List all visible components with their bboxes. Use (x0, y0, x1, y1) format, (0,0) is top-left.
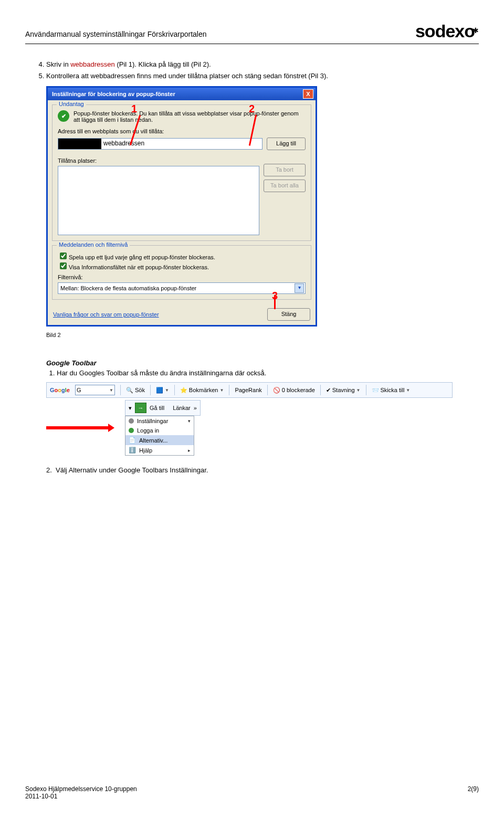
sound-checkbox[interactable] (60, 252, 67, 259)
address-label: Adress till en webbplats som du vill til… (58, 128, 306, 134)
step-4: Skriv in webbadressen (Pil 1). Klicka på… (46, 60, 479, 69)
remove-all-button[interactable]: Ta bort alla (264, 180, 306, 192)
check-icon: ✔ (58, 110, 69, 122)
callout-2: 2 (249, 103, 255, 115)
go-button[interactable]: → (135, 403, 146, 413)
menu-item-help[interactable]: ℹ️Hjälp▸ (125, 445, 194, 455)
footer-date: 2011-10-01 (25, 793, 137, 800)
close-icon[interactable]: X (303, 89, 313, 99)
figure-caption: Bild 2 (46, 332, 479, 338)
popup-settings-dialog: Inställningar för blockering av popup-fö… (46, 86, 317, 327)
infobar-checkbox[interactable] (60, 262, 67, 269)
go-label: Gå till (150, 405, 164, 411)
chevron-down-icon[interactable]: ▾ (295, 283, 304, 293)
cb1-label: Spela upp ett ljud varje gång ett popup-… (69, 254, 215, 260)
faq-link[interactable]: Vanliga frågor och svar om popup-fönster (53, 311, 159, 318)
remove-button[interactable]: Ta bort (264, 164, 306, 176)
chevron-right-icon[interactable]: » (194, 405, 197, 411)
allowed-label: Tillåtna platser: (58, 157, 306, 164)
toolbar-bookmarks[interactable]: ⭐ Bokmärken▼ (180, 387, 224, 394)
menu-item-alternativ[interactable]: 📄Alternativ... (125, 435, 194, 445)
toolbar-pagerank[interactable]: PageRank (235, 387, 261, 393)
allowed-listbox[interactable] (58, 166, 259, 235)
add-button[interactable]: Lägg till (267, 138, 306, 150)
gtb-step-1: Har du Googles Toolbar så måste du ändra… (57, 369, 479, 377)
callout-1: 1 (131, 103, 137, 115)
menu-item-login[interactable]: Logga in (125, 426, 194, 435)
toolbar-search-input[interactable]: G▼ (75, 385, 115, 395)
doc-header-title: Användarmanual systeminställningar Försk… (25, 30, 207, 41)
red-arrow-icon (46, 426, 109, 429)
filter-combo[interactable]: Mellan: Blockera de flesta automatiska p… (58, 282, 306, 294)
filter-label: Filternivå: (58, 274, 306, 280)
cb2-label: Visa Informationsfältet när ett popup-fö… (69, 264, 209, 270)
close-button[interactable]: Stäng (267, 308, 310, 321)
toolbar-spelling[interactable]: ✔ Stavning▼ (326, 387, 361, 394)
footer-org: Sodexo Hjälpmedelsservice 10-gruppen (25, 785, 137, 793)
toolbar-search-button[interactable]: 🔍 Sök (126, 387, 145, 394)
star-icon: ✱ (472, 26, 479, 35)
settings-menu: Inställningar▾ Logga in 📄Alternativ... ℹ… (125, 416, 194, 456)
links-label[interactable]: Länkar (173, 405, 191, 411)
brand-logo: sodexo✱ (415, 21, 479, 41)
gtb-step-2: 2. Välj Alternativ under Google Toolbars… (46, 466, 479, 474)
address-input[interactable]: webbadressen (58, 138, 262, 150)
dialog-info-text: Popup-fönster blockeras. Du kan tillåta … (74, 110, 306, 123)
menu-item-settings[interactable]: Inställningar▾ (125, 416, 194, 426)
toolbar-send[interactable]: 📨 Skicka till▼ (372, 387, 411, 394)
toolbar-popup-blocked[interactable]: 🚫 0 blockerade (273, 387, 315, 394)
google-toolbar-heading: Google Toolbar (46, 359, 479, 367)
group-exceptions-legend: Undantag (57, 101, 86, 107)
group-filter-legend: Meddelanden och filternivå (57, 241, 130, 248)
chevron-down-icon[interactable]: ▾ (129, 405, 132, 412)
google-toolbar-screenshot: Google G▼ 🔍 Sök 🟦▼ ⭐ Bokmärken▼ PageRank… (46, 382, 453, 398)
google-logo: Google (50, 387, 70, 393)
step-5: Kontrollera att webbadressen finns med u… (46, 71, 479, 81)
chevron-down-icon[interactable]: ▼ (109, 388, 113, 393)
header-rule (25, 44, 479, 44)
toolbar-misc-button[interactable]: 🟦▼ (156, 387, 169, 394)
page-number: 2(9) (468, 785, 479, 800)
dialog-title: Inställningar för blockering av popup-fö… (52, 91, 175, 97)
webaddress-text: webbadressen (70, 60, 115, 68)
